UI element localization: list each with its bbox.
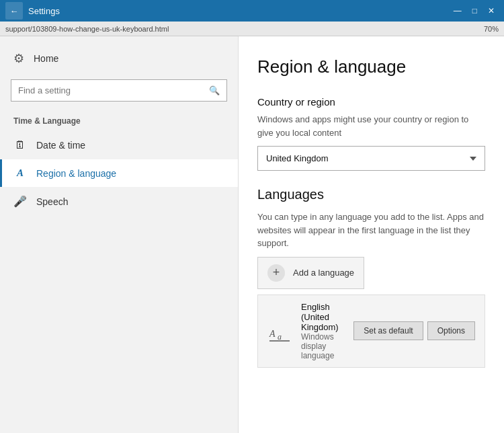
sidebar-item-date-time-label: Date & time	[36, 140, 85, 151]
page-title: Region & language	[257, 56, 485, 77]
sidebar-item-home[interactable]: ⚙ Home	[0, 43, 238, 74]
country-dropdown[interactable]: United Kingdom	[257, 146, 485, 171]
sidebar-item-speech[interactable]: 🎤 Speech	[0, 187, 238, 216]
svg-text:a: a	[278, 332, 282, 342]
date-time-icon: 🗓	[13, 139, 27, 151]
title-bar-controls: — □ ✕	[450, 3, 499, 18]
sidebar-item-speech-label: Speech	[36, 196, 68, 207]
sidebar-item-region-language[interactable]: A Region & language	[0, 159, 238, 187]
close-button[interactable]: ✕	[484, 3, 499, 18]
search-input[interactable]	[11, 80, 202, 101]
home-icon: ⚙	[13, 51, 24, 66]
svg-text:A: A	[269, 329, 276, 339]
minimize-button[interactable]: —	[450, 3, 466, 18]
main-content: Region & language Country or region Wind…	[239, 36, 504, 433]
search-button[interactable]: 🔍	[202, 80, 226, 101]
settings-container: ⚙ Home 🔍 Time & Language 🗓 Date & time A…	[0, 36, 504, 433]
home-label: Home	[34, 53, 58, 64]
sidebar-item-region-language-label: Region & language	[36, 168, 116, 179]
sidebar-section-label: Time & Language	[0, 112, 238, 131]
language-item-english-uk: A a English (United Kingdom) Windows dis…	[257, 294, 485, 368]
languages-section: Languages You can type in any language y…	[257, 187, 485, 368]
title-bar: ← Settings — □ ✕	[0, 0, 504, 22]
country-section-title: Country or region	[257, 96, 485, 108]
language-item-info: English (United Kingdom) Windows display…	[301, 302, 344, 360]
browser-url: support/103809-how-change-us-uk-keyboard…	[5, 25, 169, 33]
plus-icon: +	[267, 264, 285, 282]
browser-bar: support/103809-how-change-us-uk-keyboard…	[0, 22, 504, 36]
language-item-icon: A a	[267, 319, 292, 343]
add-language-button[interactable]: + Add a language	[257, 257, 364, 289]
country-section-desc: Windows and apps might use your country …	[257, 113, 485, 139]
languages-title: Languages	[257, 187, 485, 202]
region-language-icon: A	[13, 167, 27, 179]
languages-desc: You can type in any language you add to …	[257, 210, 485, 250]
add-language-label: Add a language	[293, 268, 354, 278]
set-as-default-button[interactable]: Set as default	[353, 321, 423, 340]
zoom-level: 70%	[484, 25, 499, 33]
sidebar: ⚙ Home 🔍 Time & Language 🗓 Date & time A…	[0, 36, 239, 433]
language-item-name: English (United Kingdom)	[301, 302, 344, 332]
search-box: 🔍	[11, 79, 227, 102]
language-actions: Set as default Options	[353, 321, 475, 340]
sidebar-item-date-time[interactable]: 🗓 Date & time	[0, 131, 238, 159]
maximize-button[interactable]: □	[468, 3, 481, 18]
speech-icon: 🎤	[13, 195, 27, 208]
language-item-sublabel: Windows display language	[301, 332, 344, 360]
options-button[interactable]: Options	[427, 321, 475, 340]
title-bar-left: ← Settings	[5, 2, 60, 19]
title-bar-title: Settings	[28, 6, 60, 16]
back-button[interactable]: ←	[5, 2, 23, 19]
country-section: Country or region Windows and apps might…	[257, 96, 485, 171]
